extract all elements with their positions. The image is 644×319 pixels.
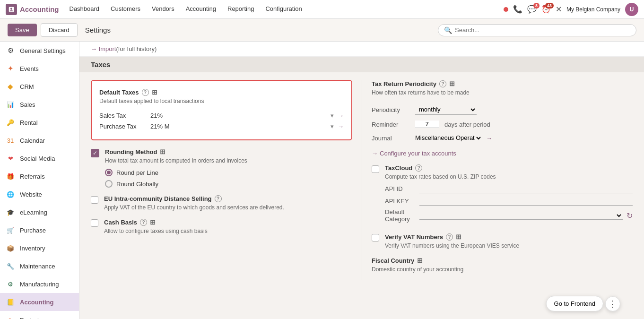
cash-basis-checkbox[interactable]	[91, 219, 98, 227]
sidebar-item-maintenance[interactable]: 🔧 Maintenance	[0, 257, 79, 275]
discard-button[interactable]: Discard	[41, 23, 78, 37]
clock-icon[interactable]: ⏰ 43	[541, 5, 551, 14]
sidebar-item-events[interactable]: ✦ Events	[0, 60, 79, 78]
sidebar-item-accounting[interactable]: 📒 Accounting	[0, 293, 79, 311]
purchase-tax-arrow[interactable]: →	[338, 123, 344, 130]
sidebar-item-inventory[interactable]: 📦 Inventory	[0, 239, 79, 257]
sales-tax-arrow[interactable]: →	[338, 112, 344, 119]
periodicity-select[interactable]: monthly quarterly annually	[415, 104, 477, 115]
rounding-method-block: ✓ Rounding Method ⊞ How total tax amount…	[91, 148, 352, 188]
phone-icon[interactable]: 📞	[513, 5, 522, 14]
days-after-period: days after period	[444, 121, 490, 128]
sidebar-item-general-settings[interactable]: ⚙ General Settings	[0, 42, 79, 60]
left-column: Default Taxes ? ⊞ Default taxes applied …	[91, 80, 362, 280]
journal-arrow[interactable]: →	[486, 135, 492, 142]
radio-round-globally[interactable]: Round Globally	[105, 180, 247, 188]
help-icon-taxcloud[interactable]: ?	[415, 164, 422, 172]
search-input[interactable]	[455, 26, 630, 34]
spreadsheet-icon-cash[interactable]: ⊞	[150, 218, 156, 226]
chat-badge: 8	[533, 3, 540, 9]
purchase-tax-value: 21% M	[150, 123, 327, 130]
verify-vat-checkbox[interactable]	[372, 234, 379, 241]
project-icon: 🗂	[6, 315, 15, 319]
more-options-button[interactable]: ⋮	[605, 296, 620, 311]
go-to-frontend-button[interactable]: Go to Frontend	[546, 296, 603, 311]
journal-select[interactable]: Miscellaneous Operat	[413, 134, 482, 142]
sidebar-item-website[interactable]: 🌐 Website	[0, 185, 79, 203]
spreadsheet-icon-tax-return[interactable]: ⊞	[449, 80, 455, 87]
toolbar-title: Settings	[85, 26, 111, 34]
close-icon[interactable]: ✕	[556, 5, 562, 14]
nav-link-configuration[interactable]: Configuration	[261, 0, 306, 19]
sidebar-item-rental[interactable]: 🔑 Rental	[0, 113, 79, 131]
nav-logo[interactable]: Accounting	[6, 4, 59, 15]
radio-group: Round per Line Round Globally	[105, 169, 247, 188]
sidebar-item-purchase[interactable]: 🛒 Purchase	[0, 221, 79, 239]
right-column: Tax Return Periodicity ? ⊞ How often tax…	[362, 80, 633, 280]
red-dot-icon	[504, 7, 508, 12]
radio-circle-selected	[105, 169, 113, 176]
spreadsheet-icon-taxes[interactable]: ⊞	[152, 88, 157, 96]
radio-round-per-line[interactable]: Round per Line	[105, 169, 247, 176]
nav-link-accounting[interactable]: Accounting	[181, 0, 221, 19]
help-icon-default-taxes[interactable]: ?	[142, 89, 149, 96]
website-icon: 🌐	[6, 190, 15, 199]
purchase-tax-dropdown[interactable]: ▾	[331, 123, 334, 130]
eu-selling-checkbox[interactable]	[91, 196, 98, 204]
radio-circle-unselected	[105, 180, 113, 188]
cash-basis-desc: Allow to configure taxes using cash basi…	[104, 228, 208, 234]
toolbar: Save Discard Settings 🔍	[0, 19, 644, 42]
nav-link-customers[interactable]: Customers	[106, 0, 145, 19]
tax-return-title: Tax Return Periodicity	[372, 80, 436, 87]
refresh-icon[interactable]: ↻	[627, 211, 633, 220]
go-to-frontend-container: Go to Frontend ⋮	[546, 296, 620, 311]
nav-link-vendors[interactable]: Vendors	[147, 0, 179, 19]
sidebar-item-referrals[interactable]: 🎁 Referrals	[0, 167, 79, 185]
chat-icon[interactable]: 💬 8	[527, 5, 537, 14]
fiscal-country-block: Fiscal Country ⊞ Domestic country of you…	[372, 257, 633, 273]
settings-grid: Default Taxes ? ⊞ Default taxes applied …	[79, 72, 644, 288]
help-icon-vat[interactable]: ?	[446, 233, 453, 241]
tax-return-block: Tax Return Periodicity ? ⊞ How often tax…	[372, 80, 633, 157]
sidebar-item-calendar[interactable]: 31 Calendar	[0, 131, 79, 149]
api-key-input[interactable]	[419, 196, 633, 206]
configure-tax-accounts[interactable]: → → Configure your tax accounts Configur…	[372, 150, 633, 157]
nav-link-dashboard[interactable]: Dashboard	[65, 0, 104, 19]
eu-selling-desc: Apply VAT of the EU country to which goo…	[104, 204, 284, 211]
cash-basis-block: Cash Basis ? ⊞ Allow to configure taxes …	[91, 218, 352, 234]
api-id-input[interactable]	[419, 184, 633, 193]
sidebar-item-manufacturing[interactable]: ⚙ Manufacturing	[0, 275, 79, 293]
company-name[interactable]: My Belgian Company	[566, 6, 620, 13]
rounding-checkbox[interactable]: ✓	[91, 149, 99, 157]
help-icon-cash[interactable]: ?	[140, 219, 147, 226]
sales-tax-value: 21%	[150, 112, 327, 119]
sidebar-item-sales[interactable]: 📊 Sales	[0, 95, 79, 113]
import-bar[interactable]: → → ImportImport(for full history)	[79, 42, 644, 57]
api-key-field: API KEY	[385, 196, 633, 206]
spreadsheet-icon-fiscal[interactable]: ⊞	[417, 257, 423, 264]
sales-tax-dropdown[interactable]: ▾	[331, 112, 334, 119]
fiscal-country-title: Fiscal Country	[372, 257, 414, 264]
purchase-icon: 🛒	[6, 225, 15, 235]
nav-link-reporting[interactable]: Reporting	[223, 0, 259, 19]
spreadsheet-icon-vat[interactable]: ⊞	[456, 233, 461, 241]
taxcloud-block: TaxCloud ? Compute tax rates based on U.…	[372, 164, 633, 225]
sidebar-item-elearning[interactable]: 🎓 eLearning	[0, 203, 79, 221]
periodicity-row: Periodicity monthly quarterly annually	[372, 102, 633, 118]
referrals-icon: 🎁	[6, 172, 15, 181]
sidebar-item-social-media[interactable]: ❤ Social Media	[0, 149, 79, 167]
top-nav: Accounting Dashboard Customers Vendors A…	[0, 0, 644, 19]
rounding-spreadsheet-icon[interactable]: ⊞	[160, 148, 165, 155]
reminder-input[interactable]	[415, 121, 439, 128]
verify-vat-title: Verify VAT Numbers	[385, 233, 443, 241]
taxcloud-desc: Compute tax rates based on U.S. ZIP code…	[385, 173, 633, 180]
save-button[interactable]: Save	[8, 24, 37, 36]
help-icon-tax-return[interactable]: ?	[439, 80, 446, 87]
default-category-select[interactable]	[419, 211, 623, 220]
sidebar-item-crm[interactable]: ◆ CRM	[0, 78, 79, 95]
taxcloud-checkbox[interactable]	[372, 165, 379, 173]
help-icon-eu[interactable]: ?	[215, 195, 222, 202]
sidebar-item-project[interactable]: 🗂 Project	[0, 311, 79, 319]
default-taxes-desc: Default taxes applied to local transacti…	[99, 98, 344, 104]
avatar[interactable]: U	[625, 3, 638, 16]
